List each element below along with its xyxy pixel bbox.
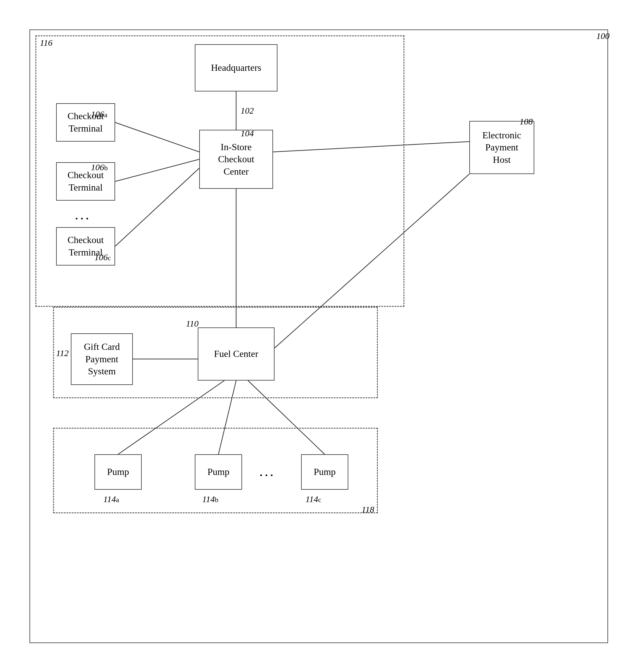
pump-a-label: Pump: [107, 466, 129, 478]
fuel-center-label: Fuel Center: [214, 348, 258, 360]
pump-c-node: Pump: [301, 454, 348, 490]
ref-102: 102: [241, 106, 254, 116]
ref-106a: 106a: [91, 109, 107, 119]
gcps-label: Gift CardPaymentSystem: [84, 341, 120, 378]
gift-card-payment-node: Gift CardPaymentSystem: [71, 333, 133, 385]
instore-checkout-node: In-StoreCheckoutCenter: [199, 130, 273, 189]
fuel-center-node: Fuel Center: [198, 327, 274, 381]
ref-112: 112: [56, 348, 69, 358]
ref-114c: 114c: [306, 494, 321, 504]
ellipsis-terminals: · · ·: [75, 212, 89, 225]
pump-a-node: Pump: [94, 454, 142, 490]
pump-b-node: Pump: [195, 454, 242, 490]
pump-c-label: Pump: [314, 466, 336, 478]
electronic-payment-host-node: ElectronicPaymentHost: [469, 121, 534, 174]
label-100: 100: [596, 31, 609, 41]
ellipsis-pumps: · · ·: [260, 469, 273, 482]
headquarters-node: Headquarters: [195, 44, 278, 91]
ct-b-label: CheckoutTerminal: [68, 169, 104, 194]
instore-checkout-label: In-StoreCheckoutCenter: [218, 141, 254, 178]
pump-b-label: Pump: [207, 466, 230, 478]
headquarters-label: Headquarters: [211, 62, 261, 74]
ref-108: 108: [519, 117, 533, 127]
ref-106b: 106b: [91, 162, 108, 172]
ref-110: 110: [186, 319, 198, 329]
label-116: 116: [40, 38, 53, 48]
ref-106c: 106c: [94, 252, 111, 262]
ref-114a: 114a: [103, 494, 119, 504]
diagram-container: 100 116 118 Headquarters: [18, 18, 624, 654]
eph-label: ElectronicPaymentHost: [482, 129, 521, 166]
ref-114b: 114b: [202, 494, 218, 504]
ref-104: 104: [241, 128, 254, 139]
label-118: 118: [362, 504, 374, 514]
